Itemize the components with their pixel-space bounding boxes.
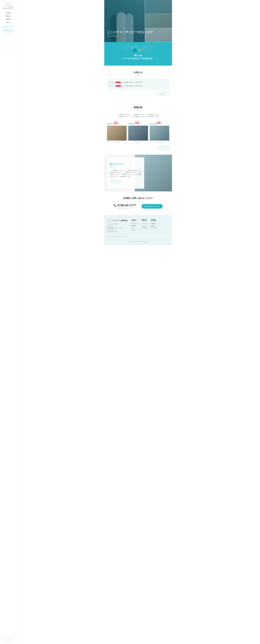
services-description: ここに説明文が入ります。ここに説明文が入ります。ここに説明文が入ります。 ここに…	[107, 114, 169, 118]
arrow-right-icon: →	[118, 181, 119, 182]
news-title-en: News	[107, 74, 169, 76]
service-3-label: Service	[150, 123, 156, 125]
service-2-number: 02	[135, 121, 139, 125]
service-1-image[interactable]	[107, 126, 127, 140]
footer-nav-title-about: 会社案内	[131, 219, 138, 222]
contact-phone-block: 📞 0766-63-7777 受付時間 平日8：30〜17：30	[114, 204, 136, 209]
service-card-1-header: Service 01	[107, 121, 127, 125]
footer-company-info-block: ロゴ テンプレート株式会社 テンプレート株式会社 〒930-1119 富山県富山…	[107, 219, 129, 233]
news-item: 2020.00.00 ニュース ここにお知らせのタイトルが入ります	[109, 84, 167, 88]
triangle-medium	[138, 48, 141, 51]
services-title-jp: 事業内容	[107, 106, 169, 109]
hero-subcopy: This is a catchcopy.	[107, 35, 153, 36]
footer: ロゴ テンプレート株式会社 テンプレート株式会社 〒930-1119 富山県富山…	[104, 215, 172, 245]
contact-phone-sub: 受付時間 平日8：30〜17：30	[114, 208, 136, 209]
service-card-3: Service 03 サービス3	[150, 121, 169, 143]
footer-company-name: テンプレート株式会社	[113, 220, 128, 222]
arrow-right-icon: →	[159, 206, 160, 207]
service-3-number: 03	[156, 121, 161, 125]
about-us-subtitle: About Us	[110, 166, 142, 168]
services-more-button[interactable]: 詳しく見る →	[158, 146, 169, 149]
news-badge-1: ニュース	[116, 82, 121, 83]
triangle-large	[132, 48, 137, 52]
about-us-more-button[interactable]: 詳しく見る →	[110, 180, 121, 183]
footer-privacy-link[interactable]: プライバシーポリシー	[107, 236, 118, 237]
contact-cta-row: 📞 0766-63-7777 受付時間 平日8：30〜17：30 お問い合わせフ…	[107, 203, 169, 210]
news-container: 2020.00.00 ニュース ここにお知らせのタイトルが入ります 2020.0…	[107, 78, 169, 90]
about-triangles	[107, 48, 169, 52]
footer-logo: ロゴ	[107, 219, 112, 222]
service-3-image[interactable]	[150, 126, 169, 140]
main-content: ここにキャッチコピーが入ります This is a catchcopy. TEM…	[104, 0, 172, 245]
contact-form-button[interactable]: お問い合わせフォーム →	[142, 204, 163, 208]
service-2-image[interactable]	[128, 126, 148, 140]
footer-nav-item[interactable]: 事業内容3	[142, 227, 147, 229]
footer-nav-item[interactable]: お知らせ	[151, 224, 157, 227]
service-card-2: Service 02 サービス2	[128, 121, 148, 143]
contact-divider	[139, 203, 139, 210]
service-card-3-header: Service 03	[150, 121, 169, 125]
news-title-jp: お知らせ	[107, 71, 169, 74]
news-more-btn-container: 一覧を見る →	[107, 92, 169, 95]
footer-nav-item[interactable]: 沿革	[131, 227, 138, 229]
news-text-1: ここにお知らせのタイトルが入ります	[122, 82, 143, 83]
services-section: 事業内容 Service ここに説明文が入ります。ここに説明文が入ります。ここに…	[104, 101, 172, 155]
footer-logo-area: ロゴ テンプレート株式会社	[107, 219, 129, 222]
service-2-label: Service	[128, 123, 134, 125]
news-item: 2020.00.00 ニュース ここにお知らせのタイトルが入ります	[109, 81, 167, 84]
services-more-btn-container: 詳しく見る →	[107, 146, 169, 149]
triangle-small	[141, 48, 144, 51]
footer-nav-item[interactable]: サービス2	[142, 224, 147, 227]
footer-nav-item[interactable]: 会社について	[131, 222, 138, 224]
about-brand-section: TEMPLATE 私たちは ○○サービスを中心とする会社です。	[104, 42, 172, 66]
service-1-label: Service	[107, 123, 113, 125]
contact-cta-title: お気軽にお問い合わせください	[107, 197, 169, 200]
about-us-text: ここに説明文が入ります。ここに説明文が入ります。ここに説明文が入ります。ここに説…	[110, 170, 142, 178]
news-text-2: ここにお知らせのタイトルが入ります	[122, 85, 143, 87]
footer-nav-item[interactable]: サービス1	[142, 222, 147, 224]
footer-sitemap-link[interactable]: サイトマップ	[119, 236, 126, 237]
hero-section: ここにキャッチコピーが入ります This is a catchcopy.	[104, 0, 172, 42]
news-date-2: 2020.00.00	[109, 85, 115, 86]
footer-nav-title-services: 事業内容	[142, 219, 147, 222]
hero-catchcopy: ここにキャッチコピーが入ります	[107, 30, 153, 34]
footer-nav-col-services: 事業内容 サービス1 サービス2 事業内容3	[142, 219, 147, 233]
about-us-content: 私たちについて About Us ここに説明文が入ります。ここに説明文が入ります…	[107, 157, 144, 189]
about-us-section: 私たちについて About Us ここに説明文が入ります。ここに説明文が入ります…	[104, 155, 172, 192]
service-2-name: サービス2	[128, 142, 148, 143]
footer-nav-item[interactable]: お問い合わせ	[151, 227, 157, 229]
news-section: お知らせ News 2020.00.00 ニュース ここにお知らせのタイトルが入…	[104, 66, 172, 101]
services-grid: Service 01 サービス1 Service 02	[107, 121, 169, 143]
phone-icon: 📞	[114, 204, 117, 207]
contact-phone-number: 📞 0766-63-7777	[114, 204, 136, 207]
footer-nav-item[interactable]: 採用情報	[151, 222, 157, 224]
service-1-number: 01	[114, 121, 118, 125]
footer-bottom-links: プライバシーポリシー サイトマップ	[107, 236, 169, 237]
hero-text: ここにキャッチコピーが入ります This is a catchcopy.	[107, 30, 153, 36]
arrow-right-icon: →	[166, 147, 168, 148]
about-us-title: 私たちについて	[110, 163, 142, 166]
contact-cta-section: お気軽にお問い合わせください 📞 0766-63-7777 受付時間 平日8：3…	[104, 192, 172, 215]
footer-nav-item[interactable]: アクセス	[131, 229, 138, 231]
arrow-right-icon: →	[166, 93, 168, 94]
footer-nav-title-recruit: 採用情報	[151, 219, 157, 222]
news-badge-2: ニュース	[116, 85, 121, 87]
service-3-name: サービス3	[150, 142, 169, 143]
footer-nav-col-recruit: 採用情報 採用情報 お知らせ お問い合わせ	[151, 219, 157, 233]
about-brand-title: 私たちは ○○サービスを中心とする会社です。	[107, 54, 169, 60]
footer-nav-col-about: 会社案内 会社について 会社概要 沿革 アクセス	[131, 219, 138, 233]
footer-top: ロゴ テンプレート株式会社 テンプレート株式会社 〒930-1119 富山県富山…	[107, 219, 169, 233]
footer-copyright: Copyright © 2024 テンプレート株式会社	[107, 239, 169, 242]
footer-nav-item[interactable]: 会社概要	[131, 224, 138, 227]
service-card-2-header: Service 02	[128, 121, 148, 125]
service-1-name: サービス1	[107, 142, 127, 143]
footer-company-info: テンプレート株式会社 〒930-1119 富山県富山市オフィスパーク0-2 TE…	[107, 223, 129, 233]
news-more-button[interactable]: 一覧を見る →	[158, 92, 169, 95]
services-title-en: Service	[107, 110, 169, 111]
news-date-1: 2020.00.00	[109, 82, 115, 83]
service-card-1: Service 01 サービス1	[107, 121, 127, 143]
footer-nav-group: 会社案内 会社について 会社概要 沿革 アクセス 事業内容 サービス1 サービス…	[131, 219, 169, 233]
